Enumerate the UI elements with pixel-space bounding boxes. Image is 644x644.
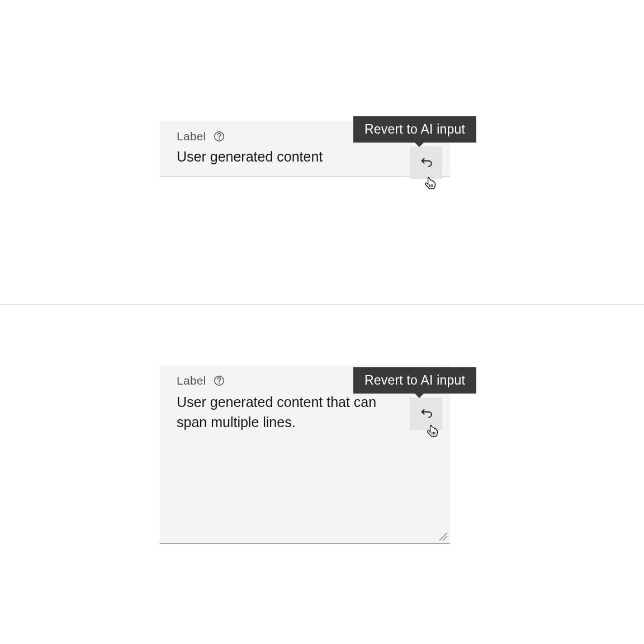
undo-icon (419, 155, 433, 170)
svg-point-6 (219, 383, 220, 384)
svg-point-1 (219, 139, 220, 140)
resize-handle-icon[interactable] (438, 531, 448, 541)
undo-icon (419, 406, 433, 421)
tooltip: Revert to AI input (353, 116, 476, 143)
tooltip: Revert to AI input (353, 367, 476, 394)
tooltip-text: Revert to AI input (364, 373, 465, 387)
input-value[interactable]: User generated content (160, 148, 450, 167)
help-icon[interactable] (212, 374, 226, 387)
input-label: Label (177, 130, 206, 143)
help-icon[interactable] (212, 130, 226, 143)
revert-button[interactable] (410, 146, 442, 179)
textarea-value[interactable]: User generated content that can span mul… (160, 392, 450, 433)
revert-button[interactable] (410, 397, 442, 430)
example-multi-line: Label User generated content that can sp… (0, 304, 644, 644)
textarea-label: Label (177, 374, 206, 387)
example-single-line: Label User generated content (0, 0, 644, 304)
tooltip-text: Revert to AI input (364, 122, 465, 136)
